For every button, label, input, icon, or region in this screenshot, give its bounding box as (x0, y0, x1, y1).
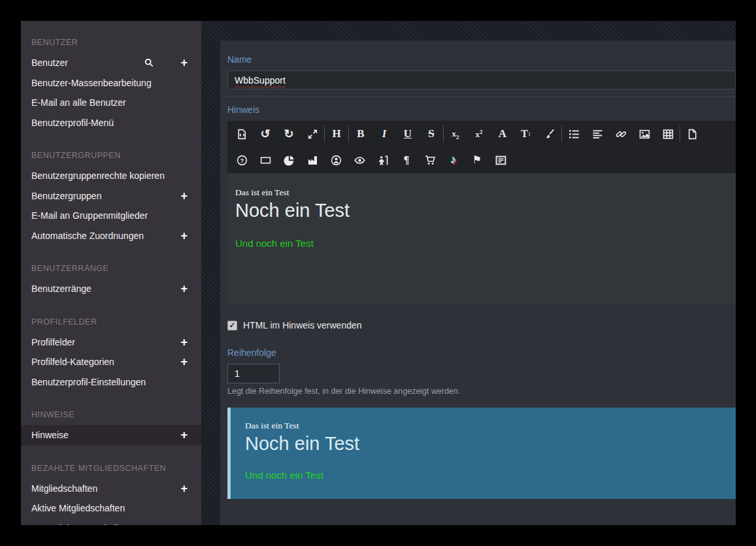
sidebar-item-label: Hinweise (31, 430, 180, 440)
sidebar-item-profilfelder[interactable]: Profilfelder+ (21, 332, 201, 353)
shopping-cart-icon (425, 155, 436, 166)
italic-button[interactable]: I (372, 121, 396, 147)
expand-icon (307, 129, 318, 140)
sidebar-item-label: Benutzergruppen (31, 191, 180, 201)
sidebar-section-title: BEZAHLTE MITGLIEDSCHAFTEN (21, 463, 201, 474)
file-blank-button[interactable] (680, 121, 704, 147)
search-icon[interactable] (144, 58, 154, 67)
shopping-cart-button[interactable] (418, 147, 442, 173)
undo-icon: ↺ (260, 128, 270, 140)
eye-icon (354, 155, 365, 166)
tiktok-icon: ♪ (451, 154, 457, 166)
list-ul-icon (568, 129, 580, 140)
sidebar-item-label: Benutzer-Massenbearbeitung (31, 78, 188, 88)
html-checkbox-label: HTML im Hinweis verwenden (243, 320, 362, 330)
toolbar-row-2: ?¶♪⚑ (227, 147, 736, 173)
font-size-icon: T↕ (521, 128, 531, 140)
tiktok-button[interactable]: ♪ (442, 147, 465, 173)
link-button[interactable] (609, 121, 633, 147)
underline-button[interactable]: U (396, 121, 419, 147)
hint-edit-form: Name WbbSupport Hinweis ↺↻HBIUSx2x2AT↕?¶… (220, 40, 736, 525)
sidebar-section-benutzer: BENUTZERBenutzer+Benutzer-Massenbearbeit… (21, 37, 201, 133)
sidebar-item-label: Profilfelder (31, 337, 180, 347)
toolbar-row-1: ↺↻HBIUSx2x2AT↕ (227, 121, 736, 147)
sidebar-item-label: Benutzerränge (31, 283, 180, 294)
sidebar-item-e-mail-an-gruppenmitglieder[interactable]: E-Mail an Gruppenmitglieder (21, 206, 201, 226)
sidebar-item-profilfeld-kategorien[interactable]: Profilfeld-Kategorien+ (21, 352, 201, 372)
sidebar: BENUTZERBenutzer+Benutzer-Massenbearbeit… (21, 21, 201, 525)
question-circle-button[interactable]: ? (230, 147, 254, 173)
user-circle-button[interactable] (324, 147, 348, 173)
sidebar-item-benutzer-massenbearbeitung[interactable]: Benutzer-Massenbearbeitung (21, 73, 201, 93)
sidebar-item-label: Benutzerprofil-Einstellungen (31, 377, 188, 387)
align-icon (592, 129, 603, 140)
sidebar-item-transaktionsprotokoll[interactable]: Transaktionsprotokoll (21, 519, 201, 526)
sidebar-item-hinweise[interactable]: Hinweise+ (21, 425, 201, 445)
add-icon[interactable]: + (180, 338, 188, 347)
order-label: Reihenfolge (227, 347, 736, 358)
preview-line-small: Das ist ein Test (245, 421, 728, 431)
sidebar-item-benutzer[interactable]: Benutzer+ (21, 53, 201, 73)
bold-button[interactable]: B (349, 121, 372, 147)
sidebar-item-mitgliedschaften[interactable]: Mitgliedschaften+ (21, 479, 201, 499)
sidebar-item-benutzergruppenrechte-kopieren[interactable]: Benutzergruppenrechte kopieren (21, 166, 201, 186)
name-input[interactable]: WbbSupport (227, 71, 736, 89)
strikethrough-button[interactable]: S (419, 121, 443, 147)
add-icon[interactable]: + (180, 231, 188, 240)
sidebar-item-label: Mitgliedschaften (31, 483, 180, 494)
industry-icon (307, 155, 318, 166)
heading-button[interactable]: H (325, 121, 348, 147)
editor-toolbar: ↺↻HBIUSx2x2AT↕?¶♪⚑ (227, 121, 736, 173)
main-content: Name WbbSupport Hinweis ↺↻HBIUSx2x2AT↕?¶… (201, 21, 736, 525)
text-box-button[interactable] (489, 147, 512, 173)
sidebar-item-automatische-zuordnungen[interactable]: Automatische Zuordnungen+ (21, 226, 201, 246)
image-icon (639, 129, 650, 140)
html-checkbox-row[interactable]: ✓ HTML im Hinweis verwenden (227, 320, 736, 330)
sidebar-section-title: PROFILFELDER (21, 317, 201, 327)
font-size-button[interactable]: T↕ (514, 121, 538, 147)
file-code-button[interactable] (230, 121, 254, 147)
order-input[interactable]: 1 (227, 364, 280, 383)
button-button[interactable] (254, 147, 277, 173)
brush-button[interactable] (538, 121, 561, 147)
pie-chart-button[interactable] (277, 147, 301, 173)
flag-button[interactable]: ⚑ (465, 147, 489, 173)
sidebar-item-benutzerprofil-men[interactable]: Benutzerprofil-Menü (21, 113, 201, 133)
heading-icon: H (332, 127, 340, 140)
add-icon[interactable]: + (180, 284, 188, 293)
sidebar-item-aktive-mitgliedschaften[interactable]: Aktive Mitgliedschaften (21, 498, 201, 519)
person-booth-button[interactable] (371, 147, 395, 173)
add-icon[interactable]: + (180, 484, 188, 493)
sidebar-item-label: E-Mail an Gruppenmitglieder (31, 210, 188, 221)
redo-button[interactable]: ↻ (277, 121, 301, 147)
sidebar-item-e-mail-an-alle-benutzer[interactable]: E-Mail an alle Benutzer (21, 93, 201, 113)
pilcrow-icon: ¶ (404, 154, 410, 166)
image-button[interactable] (633, 121, 656, 147)
sidebar-item-benutzerprofil-einstellungen[interactable]: Benutzerprofil-Einstellungen (21, 372, 201, 393)
text-box-icon (495, 155, 506, 166)
superscript-button[interactable]: x2 (467, 121, 491, 147)
font-color-button[interactable]: A (491, 121, 514, 147)
underline-icon: U (404, 127, 412, 140)
file-code-icon (237, 129, 248, 140)
pie-chart-icon (284, 155, 295, 166)
align-button[interactable] (585, 121, 609, 147)
table-button[interactable] (656, 121, 680, 147)
add-icon[interactable]: + (180, 430, 188, 440)
editor-content[interactable]: Das ist ein Test Noch ein Test Und noch … (227, 173, 736, 304)
sidebar-item-benutzerr-nge[interactable]: Benutzerränge+ (21, 279, 201, 299)
sidebar-item-label: Transaktionsprotokoll (31, 523, 188, 525)
industry-button[interactable] (301, 147, 324, 173)
checkbox-checked-icon[interactable]: ✓ (227, 321, 237, 330)
add-icon[interactable]: + (180, 357, 188, 366)
expand-button[interactable] (301, 121, 324, 147)
add-icon[interactable]: + (180, 58, 188, 67)
undo-button[interactable]: ↺ (254, 121, 277, 147)
sidebar-item-benutzergruppen[interactable]: Benutzergruppen+ (21, 186, 201, 206)
add-icon[interactable]: + (180, 191, 188, 201)
sidebar-section-hinweise: HINWEISEHinweise+ (21, 410, 201, 445)
eye-button[interactable] (348, 147, 371, 173)
list-ul-button[interactable] (562, 121, 585, 147)
pilcrow-button[interactable]: ¶ (395, 147, 418, 173)
subscript-button[interactable]: x2 (444, 121, 467, 147)
